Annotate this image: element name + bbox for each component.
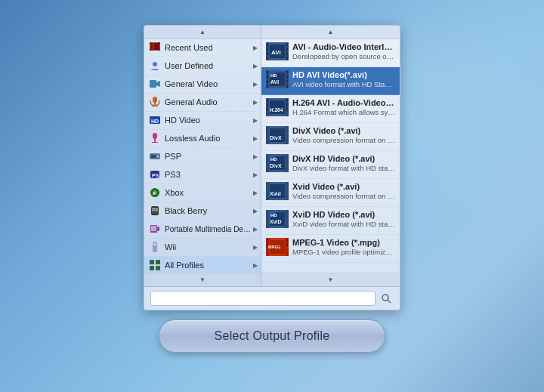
svg-rect-106 xyxy=(267,239,268,242)
svg-text:DivX: DivX xyxy=(270,163,282,168)
right-item-avi[interactable]: AVI AVI - Audio-Video Interleaved (*.avi… xyxy=(261,39,400,67)
svg-rect-32 xyxy=(151,226,156,231)
svg-rect-17 xyxy=(152,142,158,143)
sidebar-item-recent-used[interactable]: Recent Used ▶ xyxy=(144,39,261,57)
svg-rect-5 xyxy=(159,42,160,44)
xvid-hd-text: XviD HD Video (*.avi) XviD video format … xyxy=(292,210,395,228)
mpeg1-text: MPEG-1 Video (*.mpg) MPEG-1 video profil… xyxy=(292,238,395,256)
svg-rect-98 xyxy=(286,210,289,228)
svg-rect-33 xyxy=(157,227,159,231)
sidebar-item-wii[interactable]: Wii ▶ xyxy=(144,239,261,257)
svg-rect-76 xyxy=(286,108,288,111)
svg-rect-27 xyxy=(152,208,158,211)
right-item-hd-avi[interactable]: HD AVI HD AVI Video(*.avi) AVI video for… xyxy=(261,67,400,95)
right-panel: ▲ xyxy=(261,26,400,286)
xvid-hd-icon-wrapper: HD XviD xyxy=(266,210,289,231)
avi-title: AVI - Audio-Video Interleaved (*.avi) xyxy=(292,42,395,51)
sidebar-item-xbox[interactable]: X Xbox ▶ xyxy=(144,184,261,202)
hd-avi-desc: AVI video format with HD Standards xyxy=(292,80,395,88)
svg-rect-28 xyxy=(152,212,153,214)
svg-point-112 xyxy=(382,295,388,301)
svg-rect-45 xyxy=(267,52,268,55)
wii-icon xyxy=(149,241,161,253)
psp-arrow: ▶ xyxy=(253,153,258,160)
svg-rect-85 xyxy=(266,154,269,172)
portable-arrow: ▶ xyxy=(253,226,258,233)
search-input[interactable] xyxy=(150,291,376,306)
svg-rect-72 xyxy=(267,103,268,106)
svg-text:XviD: XviD xyxy=(270,219,282,224)
user-defined-arrow: ▶ xyxy=(253,63,258,69)
divx-text: DivX Video (*.avi) Video compression for… xyxy=(292,126,395,144)
panel-content: ▲ Recent Used ▶ User Defined xyxy=(144,26,400,286)
sidebar-item-blackberry[interactable]: Black Berry ▶ xyxy=(144,202,261,221)
sidebar-item-psp[interactable]: PSP ▶ xyxy=(144,148,261,166)
general-video-icon xyxy=(149,78,161,90)
svg-rect-50 xyxy=(286,57,288,60)
divx-hd-title: DivX HD Video (*.avi) xyxy=(292,154,395,163)
sidebar-scroll-down[interactable]: ▼ xyxy=(144,273,261,286)
right-item-h264-avi[interactable]: H.264 H.264 AVI - Audio-Video Interleave… xyxy=(261,95,400,123)
select-output-profile-button[interactable]: Select Output Profile xyxy=(159,319,385,353)
svg-text:PS: PS xyxy=(152,173,159,178)
svg-text:DivX: DivX xyxy=(270,135,282,140)
xvid-hd-title: XviD HD Video (*.avi) xyxy=(292,210,395,219)
blackberry-label: Black Berry xyxy=(165,206,252,215)
svg-text:HD: HD xyxy=(270,73,277,78)
ps3-label: PS3 xyxy=(165,170,252,179)
hd-avi-text: HD AVI Video(*.avi) AVI video format wit… xyxy=(292,70,395,88)
right-item-xvid[interactable]: Xvid Xvid Video (*.avi) Video compressio… xyxy=(261,179,400,207)
h264-avi-desc: H.264 Format which allows synchronous au… xyxy=(292,108,395,116)
xbox-arrow: ▶ xyxy=(253,190,258,196)
svg-rect-30 xyxy=(156,212,158,214)
svg-rect-56 xyxy=(267,71,268,74)
xvid-title: Xvid Video (*.avi) xyxy=(292,182,395,191)
divx-desc: Video compression format on MPEG4.with D… xyxy=(292,136,395,144)
right-item-xvid-hd[interactable]: HD XviD XviD HD Video (*.avi) XviD video… xyxy=(261,207,400,235)
divx-hd-desc: DivX video format with HD standards xyxy=(292,164,395,172)
xbox-label: Xbox xyxy=(165,188,252,197)
right-scroll-down[interactable]: ▼ xyxy=(261,273,400,286)
general-audio-arrow: ▶ xyxy=(253,99,258,106)
svg-text:Xvid: Xvid xyxy=(270,191,281,196)
svg-rect-44 xyxy=(267,48,268,51)
hd-avi-icon-wrapper: HD AVI xyxy=(266,70,289,91)
hd-avi-title: HD AVI Video(*.avi) xyxy=(292,70,395,79)
svg-text:AVI: AVI xyxy=(270,79,279,85)
svg-rect-48 xyxy=(286,48,288,51)
sidebar-item-user-defined[interactable]: User Defined ▶ xyxy=(144,57,261,76)
user-defined-icon xyxy=(149,60,161,72)
right-item-divx[interactable]: DivX DivX Video (*.avi) Video compressio… xyxy=(261,123,400,151)
lossless-audio-icon xyxy=(149,132,161,144)
right-item-mpeg1[interactable]: MPEG MPEG-1 Video (*.mpg) MPEG-1 video p… xyxy=(261,235,400,263)
hd-video-label: HD Video xyxy=(165,116,252,125)
avi-text: AVI - Audio-Video Interleaved (*.avi) De… xyxy=(292,42,395,60)
svg-rect-6 xyxy=(159,49,160,51)
sidebar-item-general-video[interactable]: General Video ▶ xyxy=(144,76,261,94)
avi-desc: Derelopeed by open source organization,w… xyxy=(292,52,395,60)
portable-icon xyxy=(149,223,161,235)
sidebar-item-portable[interactable]: Portable Multimedia Dev... ▶ xyxy=(144,221,261,239)
right-item-divx-hd[interactable]: HD DivX DivX HD Video (*.avi) DivX video… xyxy=(261,151,400,179)
sidebar-item-ps3[interactable]: PS PS3 ▶ xyxy=(144,166,261,184)
recent-used-arrow: ▶ xyxy=(253,45,258,51)
svg-rect-63 xyxy=(286,85,288,88)
sidebar-item-all-profiles[interactable]: All Profiles ▶ xyxy=(144,257,261,273)
mpeg1-title: MPEG-1 Video (*.mpg) xyxy=(292,238,395,247)
svg-rect-39 xyxy=(156,266,160,270)
sidebar-item-lossless-audio[interactable]: Lossless Audio ▶ xyxy=(144,130,261,148)
sidebar-scroll-up[interactable]: ▲ xyxy=(144,26,261,39)
general-video-arrow: ▶ xyxy=(253,81,258,88)
panel-wrapper: ▲ Recent Used ▶ User Defined xyxy=(144,25,400,310)
svg-rect-43 xyxy=(267,43,268,46)
sidebar-item-general-audio[interactable]: General Audio ▶ xyxy=(144,94,261,112)
xvid-icon-wrapper: Xvid xyxy=(266,182,289,203)
right-scroll-up[interactable]: ▲ xyxy=(261,26,400,39)
svg-rect-29 xyxy=(154,212,156,214)
recent-used-icon xyxy=(149,42,161,54)
psp-label: PSP xyxy=(165,152,252,161)
sidebar-item-hd-video[interactable]: HD HD Video ▶ xyxy=(144,112,261,130)
right-items-list: AVI AVI - Audio-Video Interleaved (*.avi… xyxy=(261,39,400,273)
svg-text:HD: HD xyxy=(151,119,159,124)
search-button[interactable] xyxy=(379,291,394,306)
